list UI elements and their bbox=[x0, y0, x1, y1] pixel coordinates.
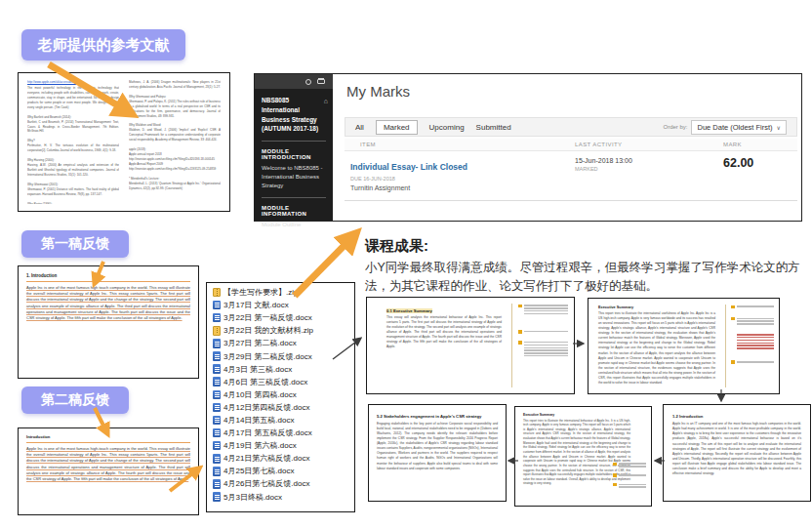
status-badge: MARKED bbox=[575, 166, 723, 172]
assignment-link[interactable]: Individual Essay- Link Closed bbox=[350, 162, 467, 172]
comment-icon bbox=[731, 317, 735, 321]
list-item[interactable]: 4月17日 第五稿反馈.docx bbox=[213, 427, 354, 439]
file-name: 4月3日 第三稿.docx bbox=[223, 364, 292, 375]
file-icon bbox=[213, 467, 221, 476]
sidebar-section-heading-introduction: MODULE INTRODUCTION bbox=[255, 148, 333, 160]
tab[interactable]: All bbox=[355, 123, 364, 132]
comment-marker bbox=[731, 360, 774, 364]
course-title-text: NBS8085 International Business Strategy … bbox=[262, 97, 318, 132]
marks-tab-strip: AllMarkedUpcomingSubmitted Order by: Due… bbox=[345, 117, 797, 137]
draft1-title: 1. Introduction bbox=[26, 273, 190, 278]
comment-icon bbox=[518, 305, 522, 308]
lms-main-area: My Marks AllMarkedUpcomingSubmitted Orde… bbox=[333, 74, 801, 221]
list-item[interactable]: 【学生写作要求】.zip bbox=[213, 286, 354, 299]
draft2-document-thumbnail: Introduction Apple Inc is one of the mos… bbox=[18, 427, 199, 515]
comments-mini-pane bbox=[613, 462, 646, 494]
tracked-change-rule bbox=[26, 442, 190, 443]
exec-summary-3-thumbnail: Executive Summary This report tries to i… bbox=[514, 406, 652, 507]
sidebar-divider bbox=[262, 197, 326, 198]
exec2-body: This report tries to illustrate the inte… bbox=[598, 311, 715, 387]
list-item[interactable]: 4月3日 第三稿.docx bbox=[213, 363, 354, 376]
sidebar-section-heading-information: MODULE INFORMATION bbox=[255, 205, 333, 217]
comment-marker bbox=[518, 341, 568, 358]
file-name: 4月21日第六稿反馈.docx bbox=[223, 453, 309, 464]
tab[interactable]: Marked bbox=[376, 120, 418, 135]
list-item[interactable]: 4月12日第四稿反馈.docx bbox=[213, 401, 354, 414]
course-title: NBS8085 International Business Strategy … bbox=[255, 89, 333, 134]
list-item[interactable]: 3月29日 第二稿反馈.docx bbox=[213, 349, 354, 362]
list-item[interactable]: 4月10日 第四稿.docx bbox=[213, 388, 354, 401]
lms-screenshot: NBS8085 International Business Strategy … bbox=[254, 73, 802, 222]
comment-marker bbox=[518, 304, 568, 316]
references-column-2: Mathews, J. A. (2006) Dragon multination… bbox=[129, 80, 221, 191]
order-by-label: Order by: bbox=[663, 124, 687, 130]
list-item[interactable]: 4月25日第七稿.docx bbox=[213, 465, 354, 477]
file-name: 4月17日 第五稿反馈.docx bbox=[223, 427, 312, 438]
file-name: 4月25日第七稿.docx bbox=[223, 466, 294, 476]
comment-icon bbox=[731, 360, 735, 364]
stakeholders-section-thumbnail: 5.2 Stakeholders engagement in Apple's C… bbox=[368, 404, 507, 502]
exec-summary-1-thumbnail: 0.1 Executive Summary This essay will an… bbox=[366, 297, 575, 394]
sidebar-divider bbox=[262, 141, 326, 142]
comment-icon bbox=[613, 483, 617, 487]
comment-icon bbox=[613, 463, 617, 467]
last-activity-date: 15-Jun-2018 13:00 bbox=[575, 157, 723, 164]
table-header: ITEM LAST ACTIVITY MARK bbox=[345, 139, 797, 151]
file-name: 【学生写作要求】.zip bbox=[223, 287, 298, 298]
file-name: 3月27日 第二稿.docx bbox=[223, 338, 297, 348]
list-item[interactable]: 4月19日 第六稿.docx bbox=[213, 439, 354, 452]
infographic-canvas: 老师提供的参考文献 第一稿反馈 第二稿反馈 http://www.apple.c… bbox=[0, 0, 812, 529]
column-mark: MARK bbox=[723, 142, 797, 147]
folder-icon[interactable] bbox=[317, 79, 325, 85]
order-by-select[interactable]: Due Date (Oldest First) ∨ bbox=[691, 120, 787, 135]
label-first-draft-feedback: 第一稿反馈 bbox=[21, 230, 129, 258]
file-name: 3月22日 第一稿反馈.docx bbox=[223, 312, 312, 323]
mark-value: 62.00 bbox=[723, 156, 797, 191]
comments-pane bbox=[511, 304, 568, 387]
assignment-type: Turnitin Assignment bbox=[350, 184, 575, 191]
comments-pane bbox=[725, 305, 774, 387]
file-icon bbox=[213, 492, 221, 502]
list-item[interactable]: 4月21日第六稿反馈.docx bbox=[213, 452, 354, 465]
order-by: Order by: Due Date (Oldest First) ∨ bbox=[663, 120, 787, 135]
stakeholders-body: Engaging stakeholders is the key point o… bbox=[377, 422, 498, 471]
sidebar-item-module-outline[interactable]: Module Outline bbox=[255, 217, 333, 229]
tracked-change-rule bbox=[26, 281, 190, 282]
list-item[interactable]: 4月26日第七稿反馈.docx bbox=[213, 477, 354, 490]
references-document-thumbnail: http://www.apple.com/uk/accessibility/ T… bbox=[18, 72, 230, 212]
list-item[interactable]: 4月14日第五稿.docx bbox=[213, 414, 354, 427]
exec1-title: 0.1 Executive Summary bbox=[386, 308, 432, 313]
item-cell: Individual Essay- Link Closed DUE 16-JUN… bbox=[345, 156, 575, 191]
file-name: 5月3日终稿.docx bbox=[223, 492, 282, 503]
page-title: My Marks bbox=[346, 83, 410, 100]
label-second-draft-feedback: 第二稿反馈 bbox=[21, 387, 129, 414]
tab[interactable]: Submitted bbox=[476, 123, 511, 132]
file-icon bbox=[213, 454, 221, 464]
draft2-body: Apple Inc is one of the most famous high… bbox=[26, 446, 190, 482]
list-item[interactable]: 3月22日 我的文献材料.zip bbox=[213, 324, 354, 337]
file-list: 【学生写作要求】.zip 3月17日 文献.docx 3月22日 第一稿反馈.d… bbox=[206, 282, 355, 512]
file-icon bbox=[213, 390, 221, 400]
introduction-section-thumbnail: 1.2 Introduction Apple Inc is an IT comp… bbox=[663, 404, 811, 502]
chevron-down-icon: ∨ bbox=[777, 124, 781, 131]
file-name: 4月12日第四稿反馈.docx bbox=[223, 402, 309, 413]
list-item[interactable]: 5月3日终稿.docx bbox=[213, 491, 354, 504]
file-icon bbox=[213, 364, 221, 374]
home-icon[interactable]: ⌂ bbox=[324, 97, 328, 107]
last-activity-cell: 15-Jun-2018 13:00 MARKED bbox=[575, 156, 723, 191]
lms-sidebar: NBS8085 International Business Strategy … bbox=[255, 74, 333, 221]
file-name: 4月14日第五稿.docx bbox=[223, 415, 294, 426]
search-icon[interactable] bbox=[305, 79, 311, 85]
outcome-title: 课程成果: bbox=[365, 237, 810, 256]
file-name: 4月19日 第六稿.docx bbox=[223, 440, 297, 451]
list-item[interactable]: 4月6日 第三稿反馈.docx bbox=[213, 376, 354, 388]
list-item[interactable]: 3月17日 文献.docx bbox=[213, 299, 354, 311]
due-date: DUE 16-JUN-2018 bbox=[350, 176, 575, 182]
intro-body: Apple Inc is an IT company and one of th… bbox=[672, 422, 801, 476]
list-item[interactable]: 3月22日 第一稿反馈.docx bbox=[213, 311, 354, 324]
list-item[interactable]: 3月27日 第二稿.docx bbox=[213, 337, 354, 349]
sidebar-item-welcome[interactable]: Welcome to NBS8085 - International Busin… bbox=[255, 160, 333, 190]
lms-sidebar-topbar bbox=[255, 74, 333, 89]
tab[interactable]: Upcoming bbox=[429, 123, 465, 132]
comment-marker bbox=[518, 330, 568, 334]
